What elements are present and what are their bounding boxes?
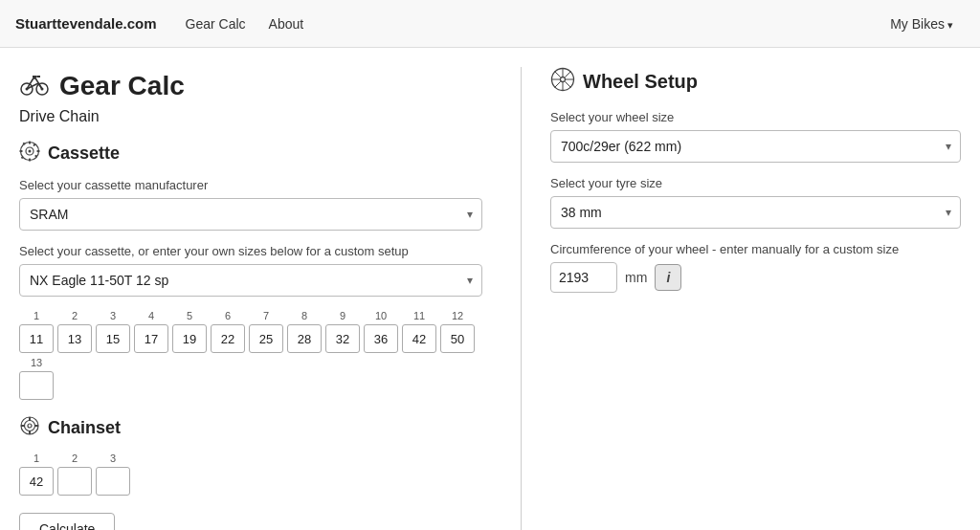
cassette-select[interactable]: NX Eagle 11-50T 12 sp GX Eagle 10-50T 12…: [19, 264, 482, 297]
cassette-gear-row-1: 1 2 3 4 5 6 7 8 9 10 11 12: [19, 310, 482, 353]
cassette-gear-cell-r1-7: 7: [249, 310, 283, 353]
calculate-button[interactable]: Calculate: [19, 513, 115, 530]
circumference-input[interactable]: [550, 262, 617, 293]
mm-unit-label: mm: [625, 270, 647, 285]
cassette-select-label: Select your cassette, or enter your own …: [19, 244, 482, 258]
chainset-section: Chainset 1 2 3 Calculate: [19, 415, 482, 530]
manufacturer-label: Select your cassette manufacturer: [19, 178, 482, 192]
cassette-gear-row-1-cells: 1 2 3 4 5 6 7 8 9 10 11 12: [19, 310, 475, 353]
chainset-gear-row: 1 2 3: [19, 453, 482, 496]
gear-cell-input[interactable]: [19, 371, 54, 400]
main-content: Gear Calc Drive Chain: [0, 48, 980, 530]
circumference-row: mm i: [550, 262, 961, 293]
cassette-heading: Cassette: [48, 144, 120, 164]
circumference-label: Circumference of your wheel - enter manu…: [550, 242, 961, 256]
svg-point-14: [29, 150, 32, 153]
gear-cell-num: 1: [33, 453, 39, 464]
page-title-text: Gear Calc: [59, 71, 185, 101]
chainset-cell-input[interactable]: [57, 467, 92, 496]
cassette-gear-grid: 1 2 3 4 5 6 7 8 9 10 11 12 13: [19, 310, 482, 400]
wheel-size-select[interactable]: 700c/29er (622 mm) 26" (559 mm) 27.5" (5…: [550, 130, 961, 163]
gear-cell-input[interactable]: [325, 324, 360, 353]
gear-cell-num: 2: [72, 453, 78, 464]
page-title-area: Gear Calc: [19, 67, 482, 104]
bike-icon: [19, 67, 50, 104]
svg-line-39: [555, 81, 561, 87]
cassette-header: Cassette: [19, 141, 482, 166]
chainset-cells: 1 2 3: [19, 453, 130, 496]
manufacturer-select[interactable]: SRAM Shimano Campagnolo: [19, 198, 482, 231]
gear-cell-input[interactable]: [440, 324, 475, 353]
drive-chain-title: Drive Chain: [19, 108, 482, 125]
gear-cell-input[interactable]: [134, 324, 168, 353]
wheel-icon: [550, 67, 575, 97]
cassette-gear-cell-r1-4: 4: [134, 310, 168, 353]
gear-cell-num: 10: [375, 310, 387, 321]
chainset-cell-input[interactable]: [96, 467, 130, 496]
chainset-gear-cell-1: 1: [19, 453, 54, 496]
info-button[interactable]: i: [655, 264, 681, 291]
svg-point-24: [25, 421, 35, 431]
gear-cell-num: 6: [225, 310, 231, 321]
chainset-gear-cell-2: 2: [57, 453, 92, 496]
gear-cell-num: 3: [110, 453, 116, 464]
gear-cell-input[interactable]: [364, 324, 398, 353]
tyre-size-label: Select your tyre size: [550, 176, 961, 190]
svg-rect-18: [37, 150, 40, 152]
gear-cell-num: 5: [187, 310, 192, 321]
cassette-gear-cell-r1-1: 1: [19, 310, 54, 353]
gear-cell-input[interactable]: [172, 324, 207, 353]
cassette-gear-cell-r1-10: 10: [364, 310, 398, 353]
gear-cell-input[interactable]: [57, 324, 92, 353]
gear-cell-input[interactable]: [19, 324, 54, 353]
chainset-icon: [19, 415, 40, 441]
cassette-gear-row-2: 13: [19, 357, 482, 400]
gear-cell-num: 1: [33, 310, 39, 321]
chainset-cell-input[interactable]: [19, 467, 54, 496]
cassette-gear-cell-r1-11: 11: [402, 310, 436, 353]
svg-rect-22: [21, 156, 24, 159]
manufacturer-select-wrapper: SRAM Shimano Campagnolo ▾: [19, 198, 482, 231]
gear-cell-num: 9: [340, 310, 345, 321]
svg-line-38: [565, 72, 570, 77]
left-column: Gear Calc Drive Chain: [19, 67, 482, 530]
wheel-setup-header: Wheel Setup: [550, 67, 961, 97]
cassette-gear-cell-r1-6: 6: [211, 310, 245, 353]
gear-cell-input[interactable]: [249, 324, 283, 353]
cassette-gear-cell-r1-8: 8: [287, 310, 322, 353]
wheel-size-select-wrapper: 700c/29er (622 mm) 26" (559 mm) 27.5" (5…: [550, 130, 961, 163]
svg-rect-15: [29, 142, 31, 144]
nav-link-about[interactable]: About: [259, 11, 314, 37]
cassette-gear-cell-r1-12: 12: [440, 310, 475, 353]
cassette-icon: [19, 141, 40, 166]
chainset-gear-cell-3: 3: [96, 453, 130, 496]
nav-link-gear-calc[interactable]: Gear Calc: [176, 11, 256, 37]
gear-cell-num: 13: [31, 357, 42, 368]
cassette-gear-cell-r2-1: 13: [19, 357, 54, 400]
gear-cell-input[interactable]: [96, 324, 130, 353]
navbar-right: My Bikes: [879, 11, 965, 37]
gear-cell-num: 12: [452, 310, 463, 321]
cassette-section: Cassette Select your cassette manufactur…: [19, 141, 482, 400]
gear-cell-num: 11: [413, 310, 425, 321]
cassette-gear-row-2-cells: 13: [19, 357, 54, 400]
chainset-heading: Chainset: [48, 418, 121, 438]
gear-cell-num: 7: [263, 310, 269, 321]
cassette-gear-cell-r1-5: 5: [172, 310, 207, 353]
gear-cell-num: 2: [72, 310, 78, 321]
my-bikes-button[interactable]: My Bikes: [879, 11, 965, 37]
gear-cell-num: 8: [301, 310, 307, 321]
gear-cell-num: 4: [148, 310, 154, 321]
gear-cell-input[interactable]: [211, 324, 245, 353]
tyre-size-select-wrapper: 38 mm 25 mm 28 mm 32 mm 40 mm ▾: [550, 196, 961, 229]
svg-rect-16: [29, 159, 31, 162]
gear-cell-input[interactable]: [287, 324, 322, 353]
tyre-size-select[interactable]: 38 mm 25 mm 28 mm 32 mm 40 mm: [550, 196, 961, 229]
cassette-select-wrapper: NX Eagle 11-50T 12 sp GX Eagle 10-50T 12…: [19, 264, 482, 297]
cassette-gear-cell-r1-9: 9: [325, 310, 360, 353]
gear-cell-input[interactable]: [402, 324, 436, 353]
wheel-size-label: Select your wheel size: [550, 110, 961, 124]
navbar: Stuarttevendale.com Gear Calc About My B…: [0, 0, 980, 48]
svg-line-36: [555, 72, 561, 77]
cassette-gear-cell-r1-3: 3: [96, 310, 130, 353]
